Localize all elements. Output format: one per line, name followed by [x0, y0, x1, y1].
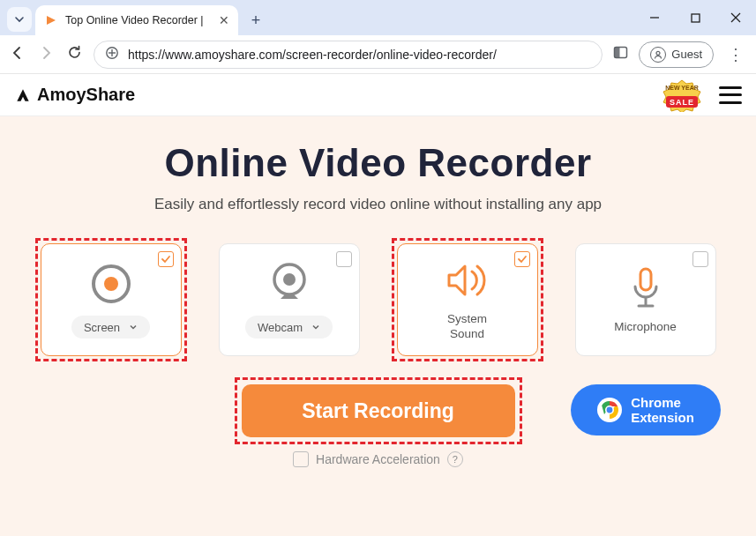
main-content: Online Video Recorder Easily and effortl…: [0, 116, 756, 536]
browser-tab[interactable]: Top Online Video Recorder | ✕: [35, 5, 238, 35]
window-close-button[interactable]: [715, 0, 756, 35]
tab-close-icon[interactable]: ✕: [219, 13, 229, 27]
window-maximize-button[interactable]: [675, 0, 715, 35]
microphone-label: Microphone: [614, 320, 677, 335]
extension-line1: Chrome: [631, 395, 681, 410]
svg-rect-1: [692, 14, 700, 22]
site-header: AmoyShare NEW YEAR SALE: [0, 74, 756, 116]
window-minimize-button[interactable]: [634, 0, 675, 35]
speaker-icon: [444, 257, 491, 303]
brand-logo-icon: [14, 86, 32, 104]
address-bar[interactable]: https://www.amoyshare.com/screen-recorde…: [94, 41, 603, 69]
start-recording-button[interactable]: Start Recording: [242, 384, 515, 437]
card-system-sound-wrap: System Sound: [392, 238, 543, 361]
svg-rect-16: [640, 269, 651, 290]
checkbox-hardware-accel[interactable]: [293, 451, 309, 467]
svg-point-13: [104, 277, 118, 291]
tab-title: Top Online Video Recorder |: [65, 14, 212, 26]
guest-icon: [650, 47, 666, 63]
source-cards: Screen Webcam: [35, 238, 721, 361]
sale-mid-text: SALE: [657, 98, 707, 107]
site-info-icon[interactable]: [105, 46, 119, 63]
profile-label: Guest: [671, 48, 702, 61]
help-icon[interactable]: ?: [447, 451, 463, 467]
screen-label: Screen: [84, 321, 120, 334]
tab-search-button[interactable]: [7, 7, 32, 32]
system-sound-label: System Sound: [447, 312, 487, 342]
hardware-accel-row: Hardware Acceleration ?: [35, 451, 721, 467]
screen-icon: [86, 261, 136, 307]
svg-point-9: [656, 51, 660, 55]
checkbox-system-sound[interactable]: [514, 251, 530, 267]
reload-button[interactable]: [65, 45, 83, 63]
page-title: Online Video Recorder: [35, 141, 721, 185]
side-panel-icon[interactable]: [613, 45, 628, 63]
tab-favicon: [44, 13, 58, 27]
profile-button[interactable]: Guest: [639, 41, 714, 68]
webcam-label: Webcam: [258, 321, 303, 334]
microphone-icon: [628, 265, 663, 311]
checkbox-screen[interactable]: [158, 251, 174, 267]
hardware-accel-label: Hardware Acceleration: [316, 452, 440, 466]
card-screen-wrap: Screen: [35, 238, 187, 361]
card-webcam-wrap: Webcam: [213, 238, 365, 361]
checkbox-microphone[interactable]: [692, 251, 708, 267]
svg-rect-8: [615, 48, 620, 58]
brand-logo[interactable]: AmoyShare: [14, 85, 135, 105]
card-microphone[interactable]: Microphone: [575, 243, 716, 356]
browser-menu-button[interactable]: ⋮: [724, 45, 747, 64]
forward-button[interactable]: [37, 45, 55, 64]
extension-line2: Extension: [631, 410, 694, 425]
sale-top-text: NEW YEAR: [657, 85, 707, 91]
chrome-extension-button[interactable]: Chrome Extension: [571, 384, 721, 436]
brand-text: AmoyShare: [37, 85, 135, 105]
sale-badge[interactable]: NEW YEAR SALE: [657, 78, 707, 112]
card-microphone-wrap: Microphone: [570, 238, 722, 361]
webcam-icon: [267, 261, 311, 307]
browser-toolbar: https://www.amoyshare.com/screen-recorde…: [0, 35, 756, 74]
menu-button[interactable]: [719, 86, 742, 104]
chevron-down-icon: [311, 323, 320, 331]
window-controls: [634, 0, 756, 35]
webcam-dropdown[interactable]: Webcam: [245, 316, 333, 339]
chrome-icon: [597, 398, 622, 422]
action-row: Start Recording Chrome Extension: [35, 377, 721, 444]
browser-titlebar: Top Online Video Recorder | ✕ +: [0, 0, 756, 35]
url-text: https://www.amoyshare.com/screen-recorde…: [128, 48, 497, 62]
card-webcam[interactable]: Webcam: [219, 243, 360, 356]
chevron-down-icon: [129, 323, 138, 331]
checkbox-webcam[interactable]: [336, 251, 352, 267]
card-system-sound[interactable]: System Sound: [397, 243, 538, 356]
new-tab-button[interactable]: +: [243, 8, 268, 33]
screen-dropdown[interactable]: Screen: [71, 316, 150, 339]
card-screen[interactable]: Screen: [41, 243, 182, 356]
svg-point-15: [283, 273, 296, 286]
page-subtitle: Easily and effortlessly record video onl…: [35, 196, 721, 213]
back-button[interactable]: [9, 45, 26, 64]
